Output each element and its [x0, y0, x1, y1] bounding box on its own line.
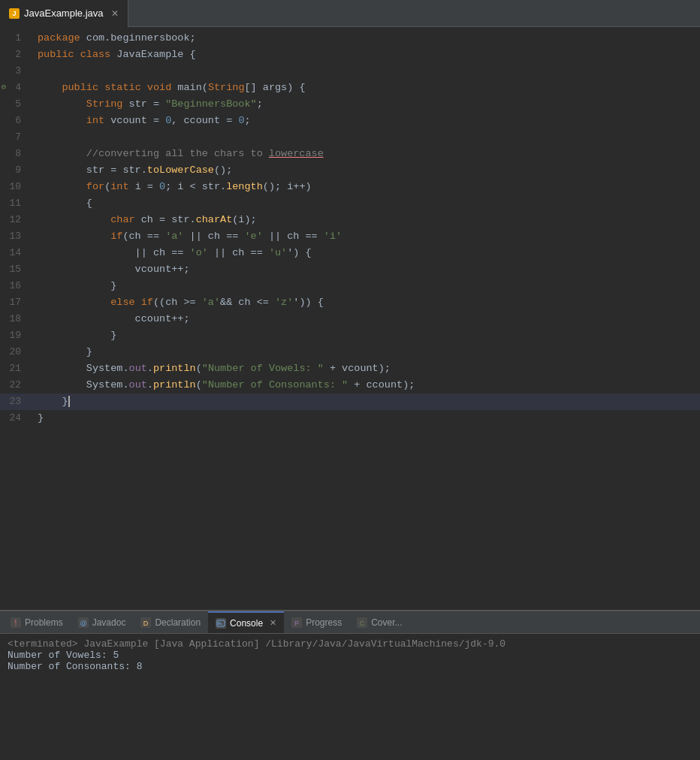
code-content-12: char ch = str.charAt(i);: [32, 212, 257, 228]
code-line-3[interactable]: 3: [0, 63, 700, 80]
line-number-23: 23: [0, 394, 27, 410]
line-number-4: 4⊖: [0, 80, 27, 96]
code-line-6[interactable]: 6 int vcount = 0, ccount = 0;: [0, 113, 700, 129]
token: 'a': [165, 231, 183, 242]
token: 'u': [269, 247, 287, 258]
code-line-17[interactable]: 17 else if((ch >= 'a'&& ch <= 'z'')) {: [0, 294, 700, 311]
code-content-22: System.out.println("Number of Consonants…: [32, 377, 415, 394]
bottom-tab-problems[interactable]: !Problems: [3, 611, 71, 634]
token: int: [110, 181, 134, 192]
bottom-tab-javadoc[interactable]: @Javadoc: [71, 611, 134, 634]
fold-indicator[interactable]: ⊖: [0, 82, 9, 92]
line-number-15: 15: [0, 261, 27, 278]
bottom-tab-bar: !Problems@JavadocDDeclarationConsole✕PPr…: [0, 611, 700, 634]
code-line-5[interactable]: 5 String str = "BeginnersBook";: [0, 96, 700, 113]
code-content-15: vcount++;: [32, 261, 190, 278]
code-line-12[interactable]: 12 char ch = str.charAt(i);: [0, 212, 700, 228]
code-line-20[interactable]: 20 }: [0, 344, 700, 360]
token: (ch ==: [122, 231, 165, 242]
token: vcount =: [110, 115, 165, 126]
code-line-4[interactable]: 4⊖ public static void main(String[] args…: [0, 80, 700, 96]
token: "Number of Consonants: ": [202, 379, 348, 391]
line-number-16: 16: [0, 278, 27, 294]
token: [38, 297, 110, 308]
code-line-15[interactable]: 15 vcount++;: [0, 261, 700, 278]
bottom-tab-cover[interactable]: CCover...: [349, 611, 409, 634]
code-line-10[interactable]: 10 for(int i = 0; i < str.length(); i++): [0, 179, 700, 195]
line-number-5: 5: [0, 96, 27, 113]
token: (i);: [232, 214, 256, 225]
token: println: [153, 363, 196, 374]
token: [38, 214, 110, 225]
code-line-7[interactable]: 7: [0, 129, 700, 146]
token: void: [147, 82, 178, 93]
token: if: [141, 297, 153, 308]
code-content-19: }: [32, 327, 116, 344]
token: (: [196, 363, 202, 374]
svg-text:@: @: [80, 620, 86, 627]
console-output-line2: Number of Consonants: 8: [8, 661, 692, 672]
code-line-9[interactable]: 9 str = str.toLowerCase();: [0, 162, 700, 179]
token: char: [110, 214, 141, 225]
code-line-24[interactable]: 24}: [0, 410, 700, 427]
line-number-24: 24: [0, 410, 27, 427]
token: [38, 181, 86, 192]
token: 'o': [190, 247, 208, 258]
code-content-21: System.out.println("Number of Vowels: " …: [32, 360, 391, 377]
bottom-tab-label-console: Console: [230, 618, 263, 629]
bottom-tab-close-console[interactable]: ✕: [270, 618, 276, 628]
code-line-18[interactable]: 18 ccount++;: [0, 311, 700, 327]
token: ') {: [287, 247, 311, 258]
token: else: [110, 297, 141, 308]
code-line-13[interactable]: 13 if(ch == 'a' || ch == 'e' || ch == 'i…: [0, 228, 700, 245]
svg-text:D: D: [143, 620, 149, 627]
bottom-tab-label-progress: Progress: [306, 617, 342, 628]
token: ;: [244, 115, 250, 126]
token: vcount++;: [38, 264, 190, 275]
token: ch = str.: [141, 214, 196, 225]
file-tab[interactable]: J JavaExample.java ✕: [0, 0, 128, 27]
token: println: [153, 379, 196, 391]
token: ; i < str.: [165, 181, 226, 192]
bottom-tab-console[interactable]: Console✕: [208, 611, 284, 634]
svg-text:P: P: [294, 620, 299, 627]
token: (: [196, 379, 202, 391]
bottom-tab-progress[interactable]: PProgress: [284, 611, 349, 634]
tab-file-icon: J: [9, 8, 20, 19]
token: || ch ==: [263, 231, 324, 242]
token: ;: [257, 98, 263, 110]
token: 'z': [275, 297, 293, 308]
console-terminated-line: <terminated> JavaExample [Java Applicati…: [8, 638, 692, 650]
code-line-21[interactable]: 21 System.out.println("Number of Vowels:…: [0, 360, 700, 377]
code-editor[interactable]: 1package com.beginnersbook;2public class…: [0, 27, 700, 610]
bottom-tab-label-declaration: Declaration: [155, 617, 201, 628]
code-line-2[interactable]: 2public class JavaExample {: [0, 47, 700, 63]
code-line-16[interactable]: 16 }: [0, 278, 700, 294]
console-output: <terminated> JavaExample [Java Applicati…: [0, 634, 700, 760]
token: i =: [135, 181, 159, 192]
token: out: [129, 379, 147, 391]
code-line-23[interactable]: 23 }: [0, 394, 700, 410]
token: JavaExample {: [116, 49, 195, 60]
tab-close-icon[interactable]: ✕: [111, 8, 119, 19]
bottom-tab-declaration[interactable]: DDeclaration: [133, 611, 208, 634]
line-number-17: 17: [0, 294, 27, 311]
code-line-11[interactable]: 11 {: [0, 195, 700, 212]
token: [] args) {: [244, 82, 305, 93]
token: "BeginnersBook": [165, 98, 257, 110]
token: }: [38, 412, 44, 424]
code-content-4: public static void main(String[] args) {: [32, 80, 306, 96]
code-line-8[interactable]: 8 //converting all the chars to lowercas…: [0, 146, 700, 162]
code-line-14[interactable]: 14 || ch == 'o' || ch == 'u'') {: [0, 245, 700, 261]
bottom-tab-label-problems: Problems: [25, 617, 63, 628]
line-number-13: 13: [0, 228, 27, 245]
tab-label: JavaExample.java: [24, 8, 104, 19]
token: 'a': [202, 297, 220, 308]
code-content-13: if(ch == 'a' || ch == 'e' || ch == 'i': [32, 228, 342, 245]
token: (); i++): [263, 181, 312, 192]
token: {: [38, 198, 92, 209]
code-line-19[interactable]: 19 }: [0, 327, 700, 344]
code-line-22[interactable]: 22 System.out.println("Number of Consona…: [0, 377, 700, 394]
code-line-1[interactable]: 1package com.beginnersbook;: [0, 30, 700, 47]
token: || ch ==: [38, 247, 190, 258]
